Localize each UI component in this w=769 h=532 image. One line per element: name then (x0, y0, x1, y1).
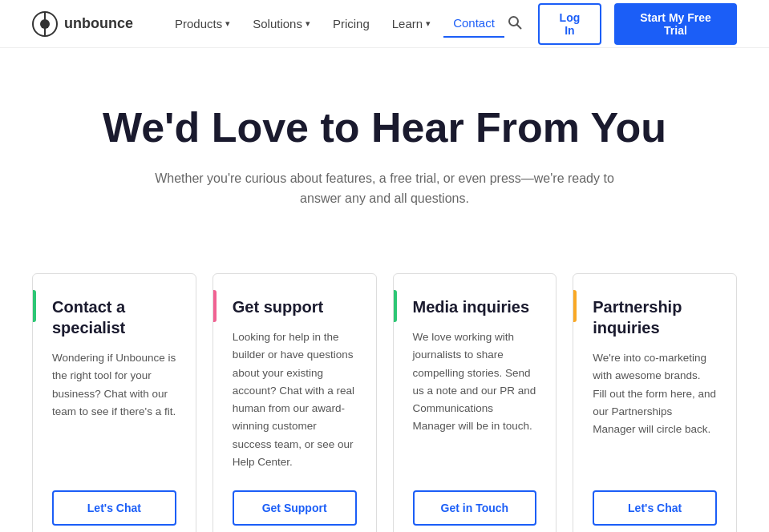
search-button[interactable] (504, 12, 525, 36)
card-body: We love working with journalists to shar… (413, 328, 537, 471)
hero-subtext: Whether you're curious about features, a… (144, 168, 625, 209)
trial-button[interactable]: Start My Free Trial (614, 3, 737, 45)
nav-link-contact[interactable]: Contact (443, 10, 504, 38)
card-cta-button-2[interactable]: Get in Touch (413, 490, 537, 526)
login-button[interactable]: Log In (538, 3, 601, 45)
hero-section: We'd Love to Hear From You Whether you'r… (0, 48, 769, 249)
nav-item-learn[interactable]: Learn (382, 10, 440, 37)
logo-link[interactable]: unbounce (32, 11, 133, 37)
card-title: Contact a specialist (52, 296, 176, 338)
card-title: Partnership inquiries (593, 296, 717, 338)
card-title: Media inquiries (413, 296, 537, 317)
hero-heading: We'd Love to Hear From You (16, 104, 753, 152)
card-accent-bar (573, 290, 577, 322)
card-cta-button-1[interactable]: Get Support (233, 490, 357, 526)
nav-link-learn[interactable]: Learn (382, 10, 440, 37)
nav-link-solutions[interactable]: Solutions (243, 10, 320, 37)
card-3: Partnership inquiriesWe're into co-marke… (573, 273, 737, 532)
card-title: Get support (233, 296, 357, 317)
card-1: Get supportLooking for help in the build… (212, 273, 377, 532)
card-cta-button-0[interactable]: Let's Chat (52, 490, 176, 526)
navbar: unbounce Products Solutions Pricing Lear… (0, 0, 769, 48)
card-body: Looking for help in the builder or have … (233, 328, 357, 471)
nav-item-solutions[interactable]: Solutions (243, 10, 320, 37)
card-accent-bar (213, 290, 217, 322)
card-accent-bar (394, 290, 397, 322)
nav-right: Log In Start My Free Trial (504, 3, 737, 45)
nav-item-products[interactable]: Products (165, 10, 240, 37)
nav-item-pricing[interactable]: Pricing (323, 10, 379, 37)
card-body: Wondering if Unbounce is the right tool … (52, 349, 176, 471)
card-accent-bar (33, 290, 36, 322)
card-2: Media inquiriesWe love working with jour… (393, 273, 557, 532)
nav-link-pricing[interactable]: Pricing (323, 10, 379, 37)
nav-link-products[interactable]: Products (165, 10, 240, 37)
svg-line-4 (516, 24, 520, 28)
search-icon (508, 15, 522, 30)
card-0: Contact a specialistWondering if Unbounc… (32, 273, 196, 532)
brand-name: unbounce (64, 15, 133, 32)
nav-item-contact[interactable]: Contact (443, 10, 504, 38)
card-body: We're into co-marketing with awesome bra… (593, 349, 717, 471)
card-cta-button-3[interactable]: Let's Chat (593, 490, 717, 526)
cards-section: Contact a specialistWondering if Unbounc… (0, 249, 769, 532)
nav-links: Products Solutions Pricing Learn Contact (165, 10, 504, 38)
logo-icon (32, 11, 58, 37)
